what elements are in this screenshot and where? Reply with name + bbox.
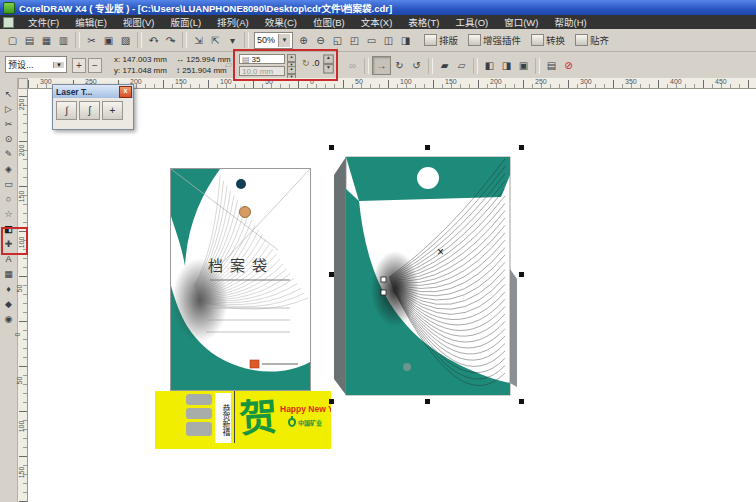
blend-start-node[interactable]: [381, 277, 386, 282]
zoom-all-button[interactable]: ◰: [346, 32, 363, 49]
redo-button[interactable]: ↷▾: [162, 32, 179, 49]
menu-item[interactable]: 文本(X): [353, 15, 401, 29]
crop-tool[interactable]: ✂: [1, 116, 17, 131]
ruler-origin[interactable]: [18, 78, 28, 89]
menu-item[interactable]: 版面(L): [162, 15, 209, 29]
counterclockwise-blend-button[interactable]: ↺: [408, 57, 425, 74]
selection-handle[interactable]: [519, 145, 524, 150]
add-preset-button[interactable]: +: [72, 58, 86, 73]
toolbar-group-增强插件[interactable]: 增强插件: [468, 33, 521, 47]
menu-item[interactable]: 窗口(W): [496, 15, 546, 29]
outline-tool[interactable]: ♦: [1, 281, 17, 296]
blend-end-node[interactable]: [381, 290, 386, 295]
envelope-front-design[interactable]: 档案袋: [170, 168, 311, 391]
menu-item[interactable]: 表格(T): [400, 15, 447, 29]
smart-fill-tool[interactable]: ◈: [1, 161, 17, 176]
laser-titlebar[interactable]: Laser T... x: [53, 85, 133, 98]
menu-item[interactable]: 文件(F): [20, 15, 67, 29]
menu-item[interactable]: 帮助(H): [546, 15, 594, 29]
selection-handle[interactable]: [329, 272, 334, 277]
zoom-level-combo[interactable]: 50%▼: [254, 32, 293, 49]
vertical-ruler[interactable]: 25020015010050050100150: [18, 89, 28, 502]
laser-curve-tool-2[interactable]: ʃ: [79, 101, 100, 120]
clockwise-blend-button[interactable]: ↻: [391, 57, 408, 74]
zoom-selected-button[interactable]: ◱: [329, 32, 346, 49]
toolbar-group-贴齐[interactable]: 贴齐: [575, 33, 609, 47]
interactive-blend-tool[interactable]: ◧: [1, 221, 17, 236]
object-y-position[interactable]: y: 171.048 mm: [114, 65, 167, 76]
copy-button[interactable]: ▣: [100, 32, 117, 49]
rectangle-tool[interactable]: ▭: [1, 176, 17, 191]
selection-handle[interactable]: [329, 399, 334, 404]
zoom-page-button[interactable]: ▭: [363, 32, 380, 49]
menu-item[interactable]: 效果(C): [257, 15, 305, 29]
direct-blend-button[interactable]: →: [372, 56, 391, 75]
selection-handle[interactable]: [329, 145, 334, 150]
interactive-fill-tool[interactable]: ◉: [1, 311, 17, 326]
pick-tool[interactable]: ↖: [1, 86, 17, 101]
application-launcher-button[interactable]: ▾: [224, 32, 241, 49]
object-color-acceleration-button[interactable]: ▰: [436, 57, 453, 74]
table-tool[interactable]: ▦: [1, 266, 17, 281]
menu-item[interactable]: 视图(V): [115, 15, 163, 29]
import-button[interactable]: ⇲: [190, 32, 207, 49]
preset-combo[interactable]: 预设... ▼: [5, 56, 67, 73]
start-end-properties-button[interactable]: ◧: [481, 57, 498, 74]
zoom-height-button[interactable]: ◨: [397, 32, 414, 49]
fill-tool[interactable]: ◆: [1, 296, 17, 311]
toolbar-group-排版[interactable]: 排版: [424, 33, 458, 47]
gray-control-dot[interactable]: [403, 363, 411, 371]
zoom-in-button[interactable]: ⊕: [295, 32, 312, 49]
path-properties-button[interactable]: ◨: [498, 57, 515, 74]
object-x-position[interactable]: x: 147.003 mm: [114, 54, 167, 65]
text-tool[interactable]: A: [1, 251, 17, 266]
laser-position-tool[interactable]: +: [102, 101, 123, 120]
blend-direction-field[interactable]: ↻ .0: [302, 58, 320, 69]
cut-button[interactable]: ✂: [83, 32, 100, 49]
export-button[interactable]: ⇱: [207, 32, 224, 49]
selection-handle[interactable]: [425, 399, 430, 404]
copy-blend-properties-button[interactable]: ▤: [543, 57, 560, 74]
chevron-down-icon[interactable]: ▾: [172, 37, 175, 44]
horizontal-ruler[interactable]: 3002502001501005005010015020025030035040…: [28, 78, 756, 89]
selection-center-marker[interactable]: ×: [437, 247, 444, 257]
selection-handle[interactable]: [519, 272, 524, 277]
save-button[interactable]: ▦: [38, 32, 55, 49]
size-acceleration-button[interactable]: ▱: [453, 57, 470, 74]
greeting-card[interactable]: 恭贺新禧 贺 Happy New Year 中国矿业: [155, 391, 331, 449]
chevron-down-icon[interactable]: ▼: [278, 34, 290, 47]
selection-handle[interactable]: [519, 399, 524, 404]
menu-item[interactable]: 工具(O): [447, 15, 496, 29]
laser-curve-tool-1[interactable]: ∫: [56, 101, 77, 120]
ellipse-tool[interactable]: ○: [1, 191, 17, 206]
remove-preset-button[interactable]: −: [88, 58, 102, 73]
toolbar-group-转换[interactable]: 转换: [531, 33, 565, 47]
new-document-button[interactable]: ▢: [4, 32, 21, 49]
open-button[interactable]: ▤: [21, 32, 38, 49]
blend-direction-spinner[interactable]: ▲▼: [323, 54, 334, 73]
lock-ratio-button[interactable]: ▱: [220, 56, 237, 73]
laser-floating-toolbar[interactable]: Laser T... x ∫ʃ+: [52, 84, 134, 130]
undo-button[interactable]: ↶▾: [145, 32, 162, 49]
blend-steps-field[interactable]: ▤ 35: [239, 54, 285, 64]
print-button[interactable]: ▥: [55, 32, 72, 49]
menu-item[interactable]: 位图(B): [305, 15, 353, 29]
zoom-out-button[interactable]: ⊖: [312, 32, 329, 49]
close-icon[interactable]: x: [119, 86, 132, 98]
zoom-width-button[interactable]: ◫: [380, 32, 397, 49]
freehand-tool[interactable]: ✎: [1, 146, 17, 161]
loop-blend-button[interactable]: ∞: [344, 57, 361, 74]
chevron-down-icon[interactable]: ▾: [155, 37, 158, 44]
paste-button[interactable]: ▨: [117, 32, 134, 49]
shape-tool[interactable]: ▷: [1, 101, 17, 116]
string-button[interactable]: [240, 207, 251, 218]
envelope-back-design[interactable]: [333, 149, 523, 403]
eyedropper-tool[interactable]: ✚: [1, 236, 17, 251]
clear-blend-button[interactable]: ⊘: [560, 57, 577, 74]
menu-item[interactable]: 排列(A): [209, 15, 257, 29]
polygon-tool[interactable]: ☆: [1, 206, 17, 221]
zoom-tool[interactable]: ⊙: [1, 131, 17, 146]
selection-handle[interactable]: [425, 145, 430, 150]
more-blend-options-button[interactable]: ▣: [515, 57, 532, 74]
drawing-canvas[interactable]: 档案袋 ×: [28, 89, 756, 502]
